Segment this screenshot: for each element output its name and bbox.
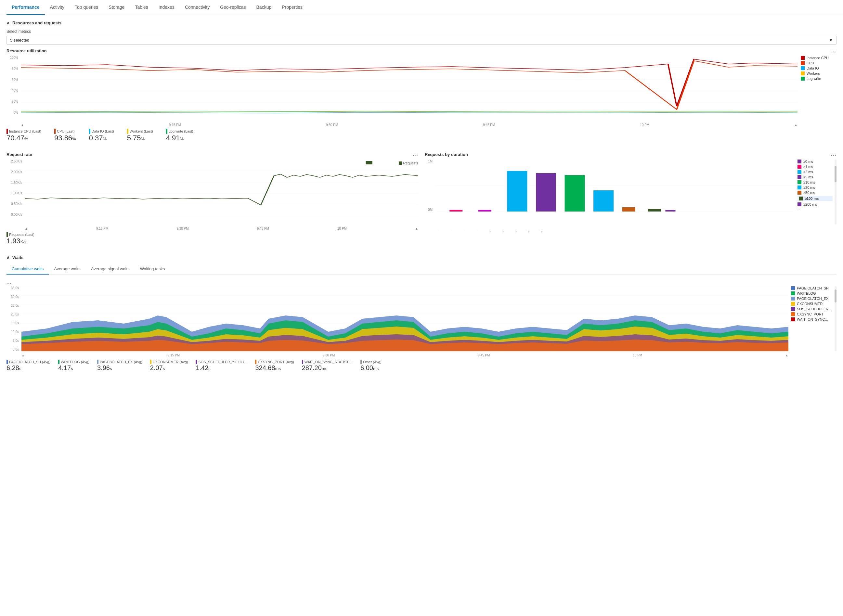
bm-cxsync-label: CXSYNC_PORT (Avg)	[258, 360, 294, 364]
request-rate-metric-value: 1.93K/s	[6, 237, 418, 245]
bm-wait-on-sync-label: WAIT_ON_SYNC_STATISTI...	[304, 360, 352, 364]
tab-top-queries[interactable]: Top queries	[69, 0, 103, 15]
tab-average-signal-waits[interactable]: Average signal waits	[86, 264, 135, 274]
tab-cumulative-waits[interactable]: Cumulative waits	[6, 264, 49, 274]
rr-y-100: 1.00K/s	[6, 191, 22, 195]
rr-y-200: 2.00K/s	[6, 170, 22, 174]
waits-section-header[interactable]: ∧ Waits	[6, 255, 837, 260]
waits-scrollbar-thumb[interactable]	[834, 289, 837, 302]
metric-cpu-value: 93.86%	[54, 134, 76, 142]
legend-wait-on-sync: WAIT_ON_SYNC...	[791, 317, 833, 321]
request-rate-more[interactable]: ...	[413, 152, 418, 157]
request-rate-metric-label: Requests (Last)	[9, 233, 34, 236]
svg-rect-17	[478, 210, 491, 211]
two-col-charts: Request rate ... 2.50K/s 2.00K/s 1.50K/s…	[6, 152, 837, 245]
legend-pageiolatch-sh: PAGEIOLATCH_SH	[791, 286, 833, 290]
metric-instance-cpu: Instance CPU (Last) 70.47%	[6, 129, 41, 142]
scrollbar-thumb[interactable]	[834, 166, 837, 182]
rr-y-050: 0.50K/s	[6, 202, 22, 206]
w-y-25s: 25.0s	[6, 304, 19, 307]
metric-workers: Workers (Last) 5.75%	[127, 129, 153, 142]
tab-geo-replicas[interactable]: Geo-replicas	[215, 0, 251, 15]
resources-section-header[interactable]: ∧ Resources and requests	[6, 21, 837, 25]
w-x-10pm: 10 PM	[633, 353, 642, 357]
tab-storage[interactable]: Storage	[103, 0, 130, 15]
bm-other-label: Other (Avg)	[363, 360, 382, 364]
legend-cpu: CPU	[801, 61, 837, 65]
x-label-945: 9:45 PM	[483, 123, 495, 127]
tab-tables[interactable]: Tables	[130, 0, 153, 15]
tab-properties[interactable]: Properties	[276, 0, 308, 15]
metric-data-io: Data IO (Last) 0.37%	[89, 129, 114, 142]
svg-rect-18	[507, 171, 527, 211]
requests-by-duration-legend: ≥0 ms ≥1 ms ≥2 ms ≥5 ms	[797, 160, 837, 224]
x-label-10pm: 10 PM	[640, 123, 649, 127]
legend-ellipsis: ···	[797, 208, 833, 211]
resource-utilization-legend: Instance CPU CPU Data IO Workers	[801, 56, 837, 81]
legend-1ms: ≥1 ms	[797, 165, 833, 169]
metric-cpu: CPU (Last) 93.86%	[54, 129, 76, 142]
tab-activity[interactable]: Activity	[45, 0, 69, 15]
legend-200ms: ≥200 ms	[797, 202, 833, 206]
tab-average-waits[interactable]: Average waits	[49, 264, 85, 274]
waits-chevron-icon: ∧	[6, 255, 10, 260]
svg-rect-22	[622, 207, 635, 211]
rbd-y-1m: 1M	[425, 160, 433, 163]
metric-instance-cpu-label: Instance CPU (Last)	[9, 129, 41, 133]
w-y-30s: 30.0s	[6, 295, 19, 299]
w-y-5s: 5.0s	[6, 339, 19, 342]
bottom-metric-wait-on-sync: WAIT_ON_SYNC_STATISTI... 287.20ms	[302, 360, 352, 372]
metric-workers-label: Workers (Last)	[130, 129, 153, 133]
legend-cxconsumer: CXCONSUMER	[791, 302, 833, 306]
resource-utilization-section: Resource utilization ... 100% 80% 60% 40…	[6, 48, 837, 142]
tab-connectivity[interactable]: Connectivity	[180, 0, 215, 15]
select-metrics-dropdown[interactable]: 5 selected ▼	[6, 36, 837, 44]
request-rate-legend: Requests	[399, 161, 418, 165]
legend-0ms: ≥0 ms	[797, 160, 833, 163]
bm-writelog-value: 4.17s	[58, 364, 90, 372]
rr-x-915: 9:15 PM	[96, 227, 108, 230]
tab-performance[interactable]: Performance	[6, 0, 45, 15]
x-label-915: 9:15 PM	[169, 123, 181, 127]
legend-instance-cpu: Instance CPU	[801, 56, 837, 60]
w-x-tri-end: ▲	[785, 353, 789, 357]
bm-sos-value: 1.42s	[195, 364, 247, 372]
legend-10ms: ≥10 ms	[797, 180, 833, 184]
w-y-15s: 15.0s	[6, 321, 19, 325]
y-label-20: 20%	[6, 100, 18, 103]
x-label-triangle: ▲	[21, 123, 24, 127]
resource-utilization-svg	[21, 56, 797, 114]
svg-rect-21	[593, 191, 614, 211]
bottom-metric-sos-scheduler: SOS_SCHEDULER_YIELD (... 1.42s	[195, 360, 247, 372]
legend-100ms: ≥100 ms	[797, 196, 833, 201]
bm-pageiolatch-ex-value: 3.96s	[97, 364, 142, 372]
x-label-930: 9:30 PM	[326, 123, 338, 127]
resource-utilization-more[interactable]: ...	[831, 48, 837, 53]
svg-rect-19	[536, 173, 556, 211]
requests-by-duration-more[interactable]: ...	[831, 152, 837, 157]
waits-legend: PAGEIOLATCH_SH WRITELOG PAGEIOLATCH_EX C…	[791, 286, 837, 351]
legend-writelog: WRITELOG	[791, 292, 833, 295]
legend-data-io: Data IO	[801, 66, 837, 70]
resources-section-title: Resources and requests	[12, 21, 62, 25]
metric-data-io-value: 0.37%	[89, 134, 114, 142]
w-x-930: 9:30 PM	[323, 353, 335, 357]
metric-cpu-label: CPU (Last)	[57, 129, 75, 133]
rr-x-930: 9:30 PM	[176, 227, 188, 230]
bottom-metric-cxconsumer: CXCONSUMER (Avg) 2.07s	[150, 360, 188, 372]
legend-5ms: ≥5 ms	[797, 175, 833, 179]
tab-waiting-tasks[interactable]: Waiting tasks	[135, 264, 170, 274]
svg-rect-23	[648, 209, 661, 211]
tab-backup[interactable]: Backup	[251, 0, 277, 15]
bottom-metric-cxsync-port: CXSYNC_PORT (Avg) 324.68ms	[255, 360, 294, 372]
y-label-0: 0%	[6, 111, 18, 114]
waits-chart-with-legend: 35.0s 30.0s 25.0s 20.0s 15.0s 10.0s 5.0s…	[6, 286, 837, 351]
request-rate-col: Request rate ... 2.50K/s 2.00K/s 1.50K/s…	[6, 152, 418, 245]
rr-x-tri: ▲	[25, 227, 28, 230]
waits-more[interactable]: ...	[6, 280, 12, 285]
tab-indexes[interactable]: Indexes	[153, 0, 180, 15]
y-label-40: 40%	[6, 89, 18, 92]
waits-svg	[22, 286, 789, 351]
legend-2ms: ≥2 ms	[797, 170, 833, 174]
rr-y-150: 1.50K/s	[6, 181, 22, 185]
